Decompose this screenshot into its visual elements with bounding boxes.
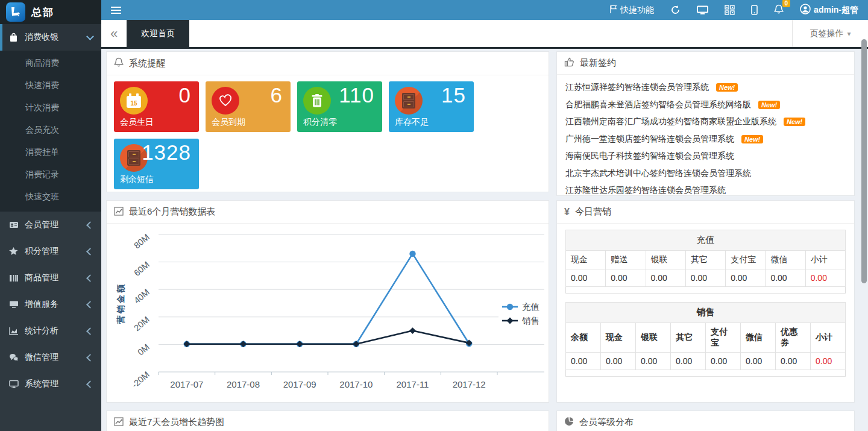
tab-operations-dropdown[interactable]: 页签操作 ▾ — [792, 20, 868, 47]
stat-cards: 15 0 会员生日 6 会员到期 — [107, 75, 549, 192]
svg-text:充值: 充值 — [522, 302, 539, 312]
latest-signings-panel: 最新签约 江苏恒源祥签约智络连锁会员管理系统New! 合肥福鹏喜来登酒店签约智络… — [556, 51, 855, 196]
svg-text:2017-10: 2017-10 — [339, 379, 373, 389]
yen-icon: ¥ — [564, 207, 570, 218]
sidebar-item-statistics[interactable]: 统计分析 — [0, 318, 101, 344]
svg-text:2017-08: 2017-08 — [227, 379, 260, 389]
cell: 0.00 — [646, 269, 685, 287]
sidebar: 总部 消费收银 商品消费 快速消费 计次消费 会员充次 消费挂单 消费记录 快速… — [0, 0, 101, 431]
username-label: admin-超管 — [814, 5, 858, 16]
stat-card-low-stock[interactable]: 15 库存不足 — [389, 81, 474, 132]
list-item[interactable]: 江西赣州定南容汇广场成功签约智络商家联盟企业版系统New! — [565, 113, 846, 131]
chevron-left-icon — [86, 380, 94, 388]
svg-text:20M: 20M — [132, 315, 151, 333]
cell: 0.00 — [741, 353, 776, 370]
modules-grid-icon[interactable] — [725, 5, 735, 15]
stat-value: 110 — [339, 83, 374, 107]
sidebar-item-consume-cashier[interactable]: 消费收银 — [0, 24, 101, 51]
cell: 0.00 — [671, 353, 706, 370]
sidebar-item-value-added[interactable]: 增值服务 — [0, 291, 101, 318]
sidebar-item-system[interactable]: 系统管理 — [0, 371, 101, 397]
cell: 0.00 — [636, 353, 671, 370]
mobile-icon[interactable] — [751, 5, 758, 15]
stat-card-points-reset[interactable]: 110 积分清零 — [297, 81, 382, 132]
chevron-left-icon — [86, 221, 94, 229]
chevron-left-icon — [86, 301, 94, 309]
submenu-consume: 商品消费 快速消费 计次消费 会员充次 消费挂单 消费记录 快速交班 — [0, 51, 101, 212]
svg-text:80M: 80M — [132, 232, 151, 250]
stat-value: 0 — [179, 83, 191, 107]
user-menu[interactable]: admin-超管 — [800, 4, 858, 16]
svg-text:0M: 0M — [136, 342, 151, 357]
barcode-icon — [8, 273, 19, 283]
brand-title: 总部 — [31, 5, 54, 19]
list-item[interactable]: 北京宇杰武术培训中心签约智络连锁会员管理系统 — [565, 165, 846, 183]
sidebar-item-points[interactable]: 积分管理 — [0, 238, 101, 265]
hamburger-menu-icon[interactable] — [101, 0, 129, 20]
list-item[interactable]: 江苏隆世达乐园签约智络连锁会员管理系统 — [565, 182, 846, 196]
sidebar-item-label: 商品管理 — [25, 272, 58, 283]
col-header: 支付宝 — [726, 251, 766, 269]
notifications-bell-icon[interactable]: 0 — [774, 4, 784, 16]
subtotal-cell: 0.00 — [805, 269, 845, 287]
submenu-item[interactable]: 商品消费 — [0, 52, 101, 74]
panel-title: 最近6个月营销数据表 — [129, 206, 215, 218]
sidebar-item-label: 系统管理 — [25, 379, 58, 389]
stat-label: 会员生日 — [120, 117, 154, 128]
stat-card-sms-remaining[interactable]: 1328 剩余短信 — [114, 139, 199, 189]
sidebar-item-label: 增值服务 — [25, 299, 58, 310]
signing-text: 海南便民电子科技签约智络连锁会员管理系统 — [565, 151, 734, 162]
list-item[interactable]: 海南便民电子科技签约智络连锁会员管理系统 — [565, 148, 846, 165]
stat-label: 库存不足 — [395, 117, 429, 128]
sidebar-item-members[interactable]: 会员管理 — [0, 212, 101, 238]
svg-text:-20M: -20M — [130, 370, 151, 389]
refresh-icon[interactable] — [670, 5, 681, 15]
marketing-chart-panel: 最近6个月营销数据表 -20M0M20M40M60M80M2017-072017… — [106, 200, 549, 403]
signing-text: 合肥福鹏喜来登酒店签约智络会员管理系统网络版 — [565, 99, 751, 110]
submenu-item[interactable]: 消费挂单 — [0, 141, 101, 163]
col-header: 银联 — [636, 323, 671, 353]
col-header: 微信 — [741, 323, 776, 353]
cell: 0.00 — [726, 269, 766, 287]
col-header: 优惠券 — [776, 323, 811, 353]
table-title: 充值 — [566, 230, 846, 251]
col-header: 微信 — [766, 251, 805, 269]
collapse-tabs-button[interactable]: « — [101, 20, 127, 47]
submenu-item[interactable]: 快速消费 — [0, 74, 101, 96]
submenu-item[interactable]: 快速交班 — [0, 186, 101, 208]
submenu-item[interactable]: 计次消费 — [0, 96, 101, 119]
col-header: 其它 — [671, 323, 706, 353]
sidebar-item-products[interactable]: 商品管理 — [0, 265, 101, 291]
list-item[interactable]: 江苏恒源祥签约智络连锁会员管理系统New! — [565, 79, 846, 96]
list-item[interactable]: 合肥福鹏喜来登酒店签约智络会员管理系统网络版New! — [565, 96, 846, 114]
panel-title: 会员等级分布 — [579, 417, 634, 428]
stat-value: 1328 — [142, 140, 191, 165]
recharge-table: 充值 现金 赠送 银联 其它 支付宝 微信 小计 0.00 0.00 — [565, 230, 846, 294]
sidebar-item-wechat[interactable]: 微信管理 — [0, 344, 101, 371]
submenu-item[interactable]: 会员充次 — [0, 119, 101, 141]
bell-outline-icon — [114, 57, 124, 69]
quick-functions-button[interactable]: 快捷功能 — [609, 5, 654, 16]
tab-operations-label: 页签操作 — [810, 28, 843, 39]
new-badge: New! — [741, 135, 763, 143]
chevron-left-icon — [86, 248, 94, 256]
marketing-line-chart: -20M0M20M40M60M80M2017-072017-082017-092… — [107, 224, 549, 400]
sidebar-item-label: 积分管理 — [25, 246, 58, 257]
col-header: 现金 — [566, 251, 606, 269]
system-reminders-panel: 系统提醒 15 0 会员生日 6 会员到 — [106, 51, 549, 192]
cabinet-icon — [395, 87, 423, 115]
stat-card-member-birthday[interactable]: 15 0 会员生日 — [114, 81, 199, 132]
submenu-item[interactable]: 消费记录 — [0, 163, 101, 186]
points-star-icon — [8, 247, 19, 257]
shopping-bag-icon — [8, 33, 19, 43]
signing-text: 江苏恒源祥签约智络连锁会员管理系统 — [565, 82, 709, 93]
list-item[interactable]: 广州德一堂连锁店签约智络连锁会员管理系统New! — [565, 131, 846, 148]
stat-card-member-expiry[interactable]: 6 会员到期 — [206, 81, 291, 132]
sidebar-item-label: 微信管理 — [25, 352, 58, 363]
monitor-icon[interactable] — [697, 5, 708, 15]
page-scrollbar-thumb[interactable] — [861, 39, 867, 283]
id-card-icon — [8, 220, 19, 230]
tab-welcome-home[interactable]: 欢迎首页 — [127, 20, 189, 47]
thumbs-up-icon — [564, 57, 574, 69]
panel-title: 今日营销 — [575, 206, 611, 218]
